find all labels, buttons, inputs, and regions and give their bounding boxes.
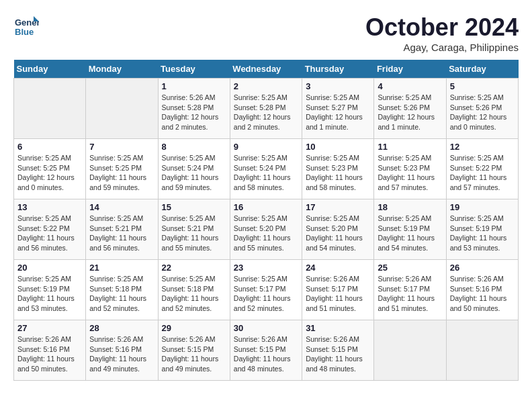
day-number: 12 bbox=[450, 142, 515, 152]
month-title: October 2024 bbox=[365, 13, 519, 42]
day-number: 8 bbox=[162, 142, 226, 152]
calendar-cell: 13Sunrise: 5:25 AMSunset: 5:22 PMDayligh… bbox=[14, 199, 86, 260]
day-detail: Sunrise: 5:25 AMSunset: 5:19 PMDaylight:… bbox=[378, 214, 442, 253]
day-detail: Sunrise: 5:25 AMSunset: 5:25 PMDaylight:… bbox=[89, 153, 154, 193]
calendar-cell: 18Sunrise: 5:25 AMSunset: 5:19 PMDayligh… bbox=[374, 199, 446, 260]
day-number: 27 bbox=[17, 323, 82, 333]
day-detail: Sunrise: 5:25 AMSunset: 5:28 PMDaylight:… bbox=[234, 93, 298, 132]
day-header-wednesday: Wednesday bbox=[230, 60, 302, 79]
day-number: 23 bbox=[234, 263, 298, 273]
calendar-week-row: 27Sunrise: 5:26 AMSunset: 5:16 PMDayligh… bbox=[14, 320, 519, 381]
calendar-cell: 7Sunrise: 5:25 AMSunset: 5:25 PMDaylight… bbox=[86, 139, 158, 199]
day-detail: Sunrise: 5:25 AMSunset: 5:18 PMDaylight:… bbox=[162, 274, 226, 314]
day-number: 1 bbox=[162, 81, 226, 91]
day-detail: Sunrise: 5:26 AMSunset: 5:15 PMDaylight:… bbox=[234, 334, 298, 374]
calendar-week-row: 6Sunrise: 5:25 AMSunset: 5:25 PMDaylight… bbox=[14, 139, 519, 199]
day-detail: Sunrise: 5:25 AMSunset: 5:19 PMDaylight:… bbox=[17, 274, 82, 314]
day-number: 5 bbox=[450, 81, 515, 91]
day-header-saturday: Saturday bbox=[446, 60, 518, 79]
day-number: 16 bbox=[234, 202, 298, 212]
calendar-cell: 15Sunrise: 5:25 AMSunset: 5:21 PMDayligh… bbox=[158, 199, 230, 260]
day-number: 14 bbox=[89, 202, 154, 212]
calendar-cell: 16Sunrise: 5:25 AMSunset: 5:20 PMDayligh… bbox=[230, 199, 302, 260]
day-header-monday: Monday bbox=[86, 60, 158, 79]
calendar-cell: 9Sunrise: 5:25 AMSunset: 5:24 PMDaylight… bbox=[230, 139, 302, 199]
day-number: 24 bbox=[306, 263, 370, 273]
calendar-header-row: SundayMondayTuesdayWednesdayThursdayFrid… bbox=[14, 60, 519, 79]
calendar-cell: 31Sunrise: 5:26 AMSunset: 5:15 PMDayligh… bbox=[302, 320, 374, 381]
day-detail: Sunrise: 5:25 AMSunset: 5:17 PMDaylight:… bbox=[234, 274, 298, 314]
day-detail: Sunrise: 5:25 AMSunset: 5:20 PMDaylight:… bbox=[234, 214, 298, 253]
svg-text:Blue: Blue bbox=[15, 27, 34, 37]
day-detail: Sunrise: 5:25 AMSunset: 5:20 PMDaylight:… bbox=[306, 214, 370, 253]
day-number: 25 bbox=[378, 263, 442, 273]
day-number: 15 bbox=[162, 202, 226, 212]
day-header-thursday: Thursday bbox=[302, 60, 374, 79]
calendar-cell: 21Sunrise: 5:25 AMSunset: 5:18 PMDayligh… bbox=[86, 260, 158, 320]
day-number: 18 bbox=[378, 202, 442, 212]
day-detail: Sunrise: 5:25 AMSunset: 5:26 PMDaylight:… bbox=[450, 93, 515, 132]
day-detail: Sunrise: 5:25 AMSunset: 5:26 PMDaylight:… bbox=[378, 93, 442, 132]
calendar-cell: 28Sunrise: 5:26 AMSunset: 5:16 PMDayligh… bbox=[86, 320, 158, 381]
calendar-cell bbox=[374, 320, 446, 381]
day-number: 20 bbox=[17, 263, 82, 273]
logo: General Blue bbox=[13, 13, 39, 42]
day-detail: Sunrise: 5:26 AMSunset: 5:16 PMDaylight:… bbox=[17, 334, 82, 374]
day-number: 7 bbox=[89, 142, 154, 152]
calendar-cell: 27Sunrise: 5:26 AMSunset: 5:16 PMDayligh… bbox=[14, 320, 86, 381]
calendar-cell bbox=[14, 79, 86, 139]
day-detail: Sunrise: 5:25 AMSunset: 5:19 PMDaylight:… bbox=[450, 214, 515, 253]
calendar-cell: 29Sunrise: 5:26 AMSunset: 5:15 PMDayligh… bbox=[158, 320, 230, 381]
day-number: 31 bbox=[306, 323, 370, 333]
calendar-week-row: 20Sunrise: 5:25 AMSunset: 5:19 PMDayligh… bbox=[14, 260, 519, 320]
day-number: 2 bbox=[234, 81, 298, 91]
day-detail: Sunrise: 5:25 AMSunset: 5:18 PMDaylight:… bbox=[89, 274, 154, 314]
calendar-cell: 26Sunrise: 5:26 AMSunset: 5:16 PMDayligh… bbox=[446, 260, 518, 320]
day-number: 30 bbox=[234, 323, 298, 333]
day-number: 21 bbox=[89, 263, 154, 273]
calendar-week-row: 1Sunrise: 5:26 AMSunset: 5:28 PMDaylight… bbox=[14, 79, 519, 139]
calendar-cell: 5Sunrise: 5:25 AMSunset: 5:26 PMDaylight… bbox=[446, 79, 518, 139]
calendar-cell: 23Sunrise: 5:25 AMSunset: 5:17 PMDayligh… bbox=[230, 260, 302, 320]
calendar-cell: 3Sunrise: 5:25 AMSunset: 5:27 PMDaylight… bbox=[302, 79, 374, 139]
calendar-cell: 11Sunrise: 5:25 AMSunset: 5:23 PMDayligh… bbox=[374, 139, 446, 199]
day-detail: Sunrise: 5:26 AMSunset: 5:28 PMDaylight:… bbox=[162, 93, 226, 132]
day-detail: Sunrise: 5:26 AMSunset: 5:17 PMDaylight:… bbox=[378, 274, 442, 314]
day-number: 13 bbox=[17, 202, 82, 212]
calendar-cell: 25Sunrise: 5:26 AMSunset: 5:17 PMDayligh… bbox=[374, 260, 446, 320]
day-number: 4 bbox=[378, 81, 442, 91]
calendar-week-row: 13Sunrise: 5:25 AMSunset: 5:22 PMDayligh… bbox=[14, 199, 519, 260]
day-detail: Sunrise: 5:25 AMSunset: 5:21 PMDaylight:… bbox=[162, 214, 226, 253]
day-header-tuesday: Tuesday bbox=[158, 60, 230, 79]
day-number: 29 bbox=[162, 323, 226, 333]
calendar-cell: 22Sunrise: 5:25 AMSunset: 5:18 PMDayligh… bbox=[158, 260, 230, 320]
day-number: 19 bbox=[450, 202, 515, 212]
calendar-cell: 12Sunrise: 5:25 AMSunset: 5:22 PMDayligh… bbox=[446, 139, 518, 199]
day-detail: Sunrise: 5:26 AMSunset: 5:17 PMDaylight:… bbox=[306, 274, 370, 314]
day-detail: Sunrise: 5:25 AMSunset: 5:23 PMDaylight:… bbox=[378, 153, 442, 193]
day-detail: Sunrise: 5:25 AMSunset: 5:25 PMDaylight:… bbox=[17, 153, 82, 193]
calendar-cell: 19Sunrise: 5:25 AMSunset: 5:19 PMDayligh… bbox=[446, 199, 518, 260]
day-number: 9 bbox=[234, 142, 298, 152]
calendar-cell: 20Sunrise: 5:25 AMSunset: 5:19 PMDayligh… bbox=[14, 260, 86, 320]
calendar-cell: 24Sunrise: 5:26 AMSunset: 5:17 PMDayligh… bbox=[302, 260, 374, 320]
day-detail: Sunrise: 5:25 AMSunset: 5:24 PMDaylight:… bbox=[234, 153, 298, 193]
day-header-sunday: Sunday bbox=[14, 60, 86, 79]
calendar-cell: 10Sunrise: 5:25 AMSunset: 5:23 PMDayligh… bbox=[302, 139, 374, 199]
day-detail: Sunrise: 5:26 AMSunset: 5:16 PMDaylight:… bbox=[89, 334, 154, 374]
day-number: 22 bbox=[162, 263, 226, 273]
logo-icon: General Blue bbox=[13, 13, 39, 39]
calendar-cell: 17Sunrise: 5:25 AMSunset: 5:20 PMDayligh… bbox=[302, 199, 374, 260]
day-detail: Sunrise: 5:26 AMSunset: 5:15 PMDaylight:… bbox=[306, 334, 370, 374]
day-number: 26 bbox=[450, 263, 515, 273]
calendar-body: 1Sunrise: 5:26 AMSunset: 5:28 PMDaylight… bbox=[14, 79, 519, 381]
calendar-cell: 6Sunrise: 5:25 AMSunset: 5:25 PMDaylight… bbox=[14, 139, 86, 199]
day-detail: Sunrise: 5:25 AMSunset: 5:23 PMDaylight:… bbox=[306, 153, 370, 193]
day-detail: Sunrise: 5:25 AMSunset: 5:21 PMDaylight:… bbox=[89, 214, 154, 253]
calendar-cell bbox=[86, 79, 158, 139]
day-number: 28 bbox=[89, 323, 154, 333]
calendar-cell: 1Sunrise: 5:26 AMSunset: 5:28 PMDaylight… bbox=[158, 79, 230, 139]
day-number: 11 bbox=[378, 142, 442, 152]
day-header-friday: Friday bbox=[374, 60, 446, 79]
location-subtitle: Agay, Caraga, Philippines bbox=[365, 42, 519, 53]
